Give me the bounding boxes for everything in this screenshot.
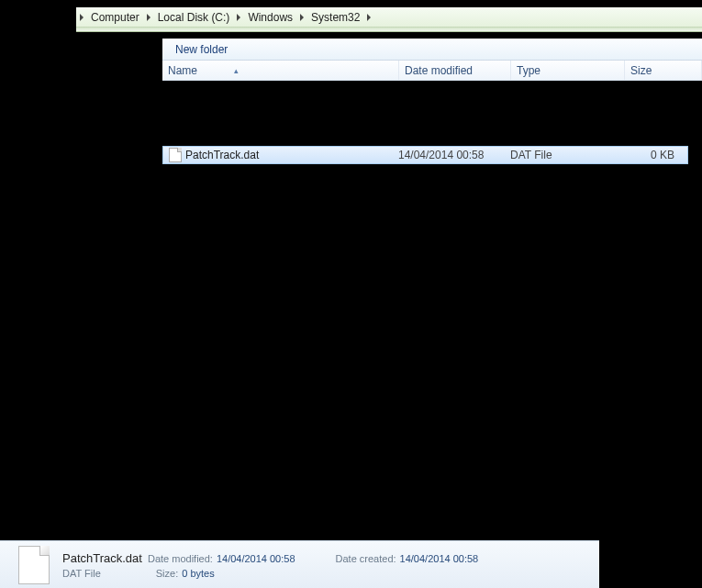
chevron-right-icon[interactable] xyxy=(367,14,371,21)
file-row[interactable]: PatchTrack.dat 14/04/2014 00:58 DAT File… xyxy=(162,146,688,164)
details-file-type: DAT File xyxy=(62,568,101,579)
toolbar: New folder xyxy=(162,39,702,61)
column-size[interactable]: Size xyxy=(625,61,702,80)
details-date-modified-label: Date modified: xyxy=(148,553,213,564)
breadcrumb-system32[interactable]: System32 xyxy=(307,7,363,27)
file-date-modified: 14/04/2014 00:58 xyxy=(398,149,510,161)
separator xyxy=(76,28,702,32)
details-file-name: PatchTrack.dat xyxy=(62,551,142,565)
column-date-modified[interactable]: Date modified xyxy=(399,61,511,80)
details-date-created-value: 14/04/2014 00:58 xyxy=(400,553,479,564)
file-type: DAT File xyxy=(510,149,624,161)
column-type[interactable]: Type xyxy=(511,61,625,80)
details-date-modified-value: 14/04/2014 00:58 xyxy=(217,553,295,564)
details-pane: PatchTrack.dat Date modified: 14/04/2014… xyxy=(0,540,599,588)
file-size: 0 KB xyxy=(624,149,687,161)
column-label: Name xyxy=(168,64,197,77)
breadcrumb: Computer Local Disk (C:) Windows System3… xyxy=(76,7,702,28)
column-headers: Name ▴ Date modified Type Size xyxy=(162,61,702,81)
breadcrumb-label: Windows xyxy=(248,11,293,24)
breadcrumb-label: Local Disk (C:) xyxy=(158,11,230,24)
column-name[interactable]: Name ▴ xyxy=(162,61,399,80)
chevron-right-icon[interactable] xyxy=(300,14,304,21)
breadcrumb-local-disk[interactable]: Local Disk (C:) xyxy=(154,7,234,27)
breadcrumb-windows[interactable]: Windows xyxy=(244,7,296,27)
file-icon xyxy=(169,148,182,162)
chevron-right-icon[interactable] xyxy=(80,14,84,21)
file-name: PatchTrack.dat xyxy=(185,149,398,161)
column-label: Date modified xyxy=(405,64,473,77)
chevron-right-icon[interactable] xyxy=(237,14,240,21)
breadcrumb-label: Computer xyxy=(91,11,139,24)
details-size-value: 0 bytes xyxy=(182,568,214,579)
column-label: Size xyxy=(630,64,652,77)
file-icon xyxy=(18,546,50,584)
chevron-right-icon[interactable] xyxy=(147,14,150,21)
breadcrumb-computer[interactable]: Computer xyxy=(87,7,143,27)
sort-ascending-icon: ▴ xyxy=(234,66,239,75)
details-text: PatchTrack.dat Date modified: 14/04/2014… xyxy=(62,551,515,579)
new-folder-button[interactable]: New folder xyxy=(170,41,233,58)
column-label: Type xyxy=(517,64,540,77)
breadcrumb-label: System32 xyxy=(311,11,360,24)
details-size-label: Size: xyxy=(156,568,178,579)
details-date-created-label: Date created: xyxy=(336,553,396,564)
